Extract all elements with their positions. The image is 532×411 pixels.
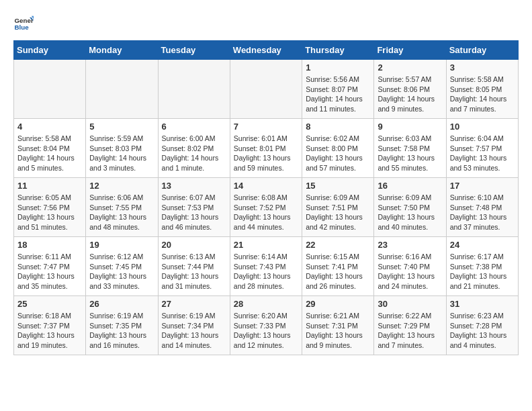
day-number: 9	[378, 122, 442, 132]
day-details: Sunrise: 5:59 AMSunset: 8:03 PMDaylight:…	[89, 134, 154, 173]
calendar-cell	[14, 60, 86, 119]
calendar-cell: 18Sunrise: 6:11 AMSunset: 7:47 PMDayligh…	[14, 237, 86, 296]
calendar-table: SundayMondayTuesdayWednesdayThursdayFrid…	[13, 40, 519, 355]
day-details: Sunrise: 6:22 AMSunset: 7:29 PMDaylight:…	[378, 311, 442, 351]
day-number: 13	[162, 181, 226, 191]
calendar-cell: 3Sunrise: 5:58 AMSunset: 8:05 PMDaylight…	[446, 60, 518, 119]
calendar-cell: 14Sunrise: 6:08 AMSunset: 7:52 PMDayligh…	[230, 178, 302, 237]
svg-text:Blue: Blue	[15, 24, 30, 31]
day-details: Sunrise: 6:08 AMSunset: 7:52 PMDaylight:…	[234, 193, 298, 232]
calendar-cell: 25Sunrise: 6:18 AMSunset: 7:37 PMDayligh…	[14, 296, 86, 355]
calendar-week-row: 4Sunrise: 5:58 AMSunset: 8:04 PMDaylight…	[14, 119, 519, 178]
day-number: 12	[89, 181, 154, 191]
calendar-cell: 22Sunrise: 6:15 AMSunset: 7:41 PMDayligh…	[302, 237, 374, 296]
day-number: 30	[378, 299, 442, 309]
calendar-cell: 9Sunrise: 6:03 AMSunset: 7:58 PMDaylight…	[374, 119, 446, 178]
day-details: Sunrise: 6:19 AMSunset: 7:35 PMDaylight:…	[89, 311, 154, 351]
day-details: Sunrise: 6:20 AMSunset: 7:33 PMDaylight:…	[234, 311, 298, 351]
day-details: Sunrise: 6:09 AMSunset: 7:50 PMDaylight:…	[378, 193, 442, 232]
day-number: 21	[234, 240, 298, 250]
day-number: 10	[450, 122, 515, 132]
calendar-cell: 8Sunrise: 6:02 AMSunset: 8:00 PMDaylight…	[302, 119, 374, 178]
day-number: 26	[89, 299, 154, 309]
calendar-cell: 12Sunrise: 6:06 AMSunset: 7:55 PMDayligh…	[86, 178, 158, 237]
day-number: 7	[234, 122, 298, 132]
day-details: Sunrise: 6:17 AMSunset: 7:38 PMDaylight:…	[450, 252, 515, 291]
day-number: 29	[306, 299, 370, 309]
day-number: 3	[450, 62, 515, 73]
day-number: 27	[162, 299, 226, 309]
calendar-cell: 4Sunrise: 5:58 AMSunset: 8:04 PMDaylight…	[14, 119, 86, 178]
calendar-cell: 26Sunrise: 6:19 AMSunset: 7:35 PMDayligh…	[86, 296, 158, 355]
calendar-cell: 5Sunrise: 5:59 AMSunset: 8:03 PMDaylight…	[86, 119, 158, 178]
day-header-wednesday: Wednesday	[230, 41, 302, 60]
day-header-tuesday: Tuesday	[158, 41, 230, 60]
day-number: 16	[378, 181, 442, 191]
day-details: Sunrise: 6:23 AMSunset: 7:28 PMDaylight:…	[450, 311, 515, 351]
day-number: 20	[162, 240, 226, 250]
day-number: 23	[378, 240, 442, 250]
day-details: Sunrise: 6:11 AMSunset: 7:47 PMDaylight:…	[17, 252, 82, 291]
calendar-header-row: SundayMondayTuesdayWednesdayThursdayFrid…	[14, 41, 519, 60]
day-details: Sunrise: 6:13 AMSunset: 7:44 PMDaylight:…	[162, 252, 226, 291]
calendar-week-row: 18Sunrise: 6:11 AMSunset: 7:47 PMDayligh…	[14, 237, 519, 296]
calendar-cell	[158, 60, 230, 119]
calendar-cell: 6Sunrise: 6:00 AMSunset: 8:02 PMDaylight…	[158, 119, 230, 178]
page-header: General Blue	[13, 13, 519, 34]
day-header-sunday: Sunday	[14, 41, 86, 60]
day-details: Sunrise: 6:02 AMSunset: 8:00 PMDaylight:…	[306, 134, 370, 173]
day-number: 14	[234, 181, 298, 191]
calendar-cell: 29Sunrise: 6:21 AMSunset: 7:31 PMDayligh…	[302, 296, 374, 355]
day-details: Sunrise: 6:16 AMSunset: 7:40 PMDaylight:…	[378, 252, 442, 291]
day-details: Sunrise: 6:04 AMSunset: 7:57 PMDaylight:…	[450, 134, 515, 173]
day-header-friday: Friday	[374, 41, 446, 60]
calendar-cell: 30Sunrise: 6:22 AMSunset: 7:29 PMDayligh…	[374, 296, 446, 355]
day-details: Sunrise: 5:56 AMSunset: 8:07 PMDaylight:…	[306, 75, 370, 114]
day-details: Sunrise: 6:12 AMSunset: 7:45 PMDaylight:…	[89, 252, 154, 291]
calendar-cell: 15Sunrise: 6:09 AMSunset: 7:51 PMDayligh…	[302, 178, 374, 237]
day-number: 28	[234, 299, 298, 309]
day-details: Sunrise: 5:58 AMSunset: 8:05 PMDaylight:…	[450, 75, 515, 114]
day-details: Sunrise: 6:10 AMSunset: 7:48 PMDaylight:…	[450, 193, 515, 232]
logo-icon: General Blue	[13, 13, 34, 34]
calendar-cell	[86, 60, 158, 119]
calendar-cell: 17Sunrise: 6:10 AMSunset: 7:48 PMDayligh…	[446, 178, 518, 237]
calendar-week-row: 1Sunrise: 5:56 AMSunset: 8:07 PMDaylight…	[14, 60, 519, 119]
day-details: Sunrise: 6:15 AMSunset: 7:41 PMDaylight:…	[306, 252, 370, 291]
day-details: Sunrise: 5:57 AMSunset: 8:06 PMDaylight:…	[378, 75, 442, 114]
day-number: 15	[306, 181, 370, 191]
calendar-cell: 2Sunrise: 5:57 AMSunset: 8:06 PMDaylight…	[374, 60, 446, 119]
day-details: Sunrise: 6:19 AMSunset: 7:34 PMDaylight:…	[162, 311, 226, 351]
day-number: 2	[378, 62, 442, 73]
calendar-cell: 1Sunrise: 5:56 AMSunset: 8:07 PMDaylight…	[302, 60, 374, 119]
day-number: 22	[306, 240, 370, 250]
day-number: 6	[162, 122, 226, 132]
calendar-cell: 24Sunrise: 6:17 AMSunset: 7:38 PMDayligh…	[446, 237, 518, 296]
day-details: Sunrise: 6:07 AMSunset: 7:53 PMDaylight:…	[162, 193, 226, 232]
calendar-cell: 7Sunrise: 6:01 AMSunset: 8:01 PMDaylight…	[230, 119, 302, 178]
day-number: 17	[450, 181, 515, 191]
day-number: 11	[17, 181, 82, 191]
calendar-cell: 28Sunrise: 6:20 AMSunset: 7:33 PMDayligh…	[230, 296, 302, 355]
day-number: 8	[306, 122, 370, 132]
calendar-cell: 19Sunrise: 6:12 AMSunset: 7:45 PMDayligh…	[86, 237, 158, 296]
day-number: 5	[89, 122, 154, 132]
day-header-monday: Monday	[86, 41, 158, 60]
day-number: 25	[17, 299, 82, 309]
calendar-cell: 11Sunrise: 6:05 AMSunset: 7:56 PMDayligh…	[14, 178, 86, 237]
day-details: Sunrise: 6:05 AMSunset: 7:56 PMDaylight:…	[17, 193, 82, 232]
day-details: Sunrise: 6:09 AMSunset: 7:51 PMDaylight:…	[306, 193, 370, 232]
day-header-saturday: Saturday	[446, 41, 518, 60]
day-details: Sunrise: 6:01 AMSunset: 8:01 PMDaylight:…	[234, 134, 298, 173]
day-details: Sunrise: 5:58 AMSunset: 8:04 PMDaylight:…	[17, 134, 82, 173]
day-details: Sunrise: 6:18 AMSunset: 7:37 PMDaylight:…	[17, 311, 82, 351]
calendar-cell	[230, 60, 302, 119]
day-number: 31	[450, 299, 515, 309]
day-number: 24	[450, 240, 515, 250]
calendar-cell: 31Sunrise: 6:23 AMSunset: 7:28 PMDayligh…	[446, 296, 518, 355]
day-number: 4	[17, 122, 82, 132]
calendar-cell: 20Sunrise: 6:13 AMSunset: 7:44 PMDayligh…	[158, 237, 230, 296]
calendar-cell: 21Sunrise: 6:14 AMSunset: 7:43 PMDayligh…	[230, 237, 302, 296]
day-header-thursday: Thursday	[302, 41, 374, 60]
calendar-cell: 23Sunrise: 6:16 AMSunset: 7:40 PMDayligh…	[374, 237, 446, 296]
